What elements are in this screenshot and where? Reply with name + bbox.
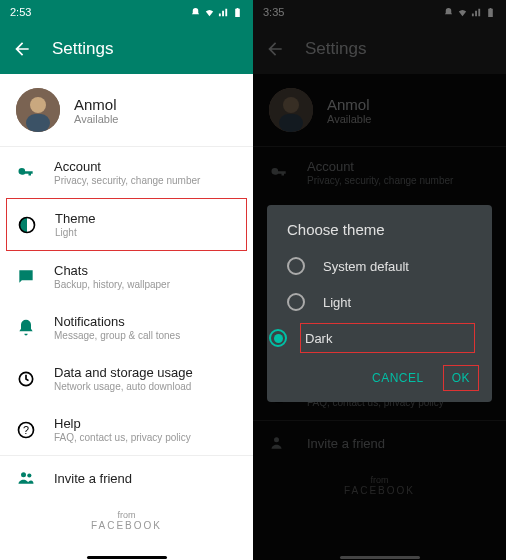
clock: 2:53 [10, 6, 31, 18]
menu-sub: Backup, history, wallpaper [54, 279, 237, 290]
dialog-title: Choose theme [267, 221, 492, 248]
phone-dark: 3:35 Settings AnmolAvailable AccountPriv… [253, 0, 506, 560]
menu-title: Data and storage usage [54, 365, 237, 380]
profile-texts: Anmol Available [74, 96, 237, 125]
page-title: Settings [52, 39, 113, 59]
radio-light[interactable]: Light [267, 284, 492, 320]
dialog-actions: CANCEL OK [267, 356, 492, 394]
help-icon: ? [16, 420, 36, 440]
menu-item-help[interactable]: ? HelpFAQ, contact us, privacy policy [0, 404, 253, 455]
profile-row[interactable]: Anmol Available [0, 74, 253, 146]
menu-item-account[interactable]: AccountPrivacy, security, change number [0, 147, 253, 198]
footer-from: from [0, 510, 253, 520]
menu-item-chats[interactable]: ChatsBackup, history, wallpaper [0, 251, 253, 302]
radio-label: Light [323, 295, 351, 310]
radio-icon [287, 257, 305, 275]
cancel-button[interactable]: CANCEL [364, 366, 432, 390]
menu-sub: Network usage, auto download [54, 381, 237, 392]
menu-title: Theme [55, 211, 236, 226]
key-icon [16, 163, 36, 183]
menu-item-data[interactable]: Data and storage usageNetwork usage, aut… [0, 353, 253, 404]
menu-item-theme[interactable]: ThemeLight [6, 198, 247, 251]
radio-dark[interactable]: Dark [297, 320, 478, 356]
menu-title: Help [54, 416, 237, 431]
menu-sub: Light [55, 227, 236, 238]
nav-bar[interactable] [253, 554, 506, 560]
nav-handle [340, 556, 420, 559]
chat-icon [16, 267, 36, 287]
radio-icon-selected [269, 329, 287, 347]
svg-point-8 [27, 473, 31, 477]
ok-button[interactable]: OK [444, 366, 478, 390]
svg-rect-2 [26, 114, 50, 132]
status-icons [190, 7, 243, 18]
radio-icon [287, 293, 305, 311]
footer-brand: FACEBOOK [0, 520, 253, 531]
theme-icon [17, 215, 37, 235]
svg-text:?: ? [23, 424, 29, 436]
notification-off-icon [190, 7, 201, 18]
footer: from FACEBOOK [0, 500, 253, 537]
menu-sub: Privacy, security, change number [54, 175, 237, 186]
menu-title: Chats [54, 263, 237, 278]
app-bar: Settings [0, 24, 253, 74]
status-bar: 2:53 [0, 0, 253, 24]
nav-bar[interactable] [0, 554, 253, 560]
battery-icon [232, 7, 243, 18]
back-icon[interactable] [12, 39, 32, 59]
menu-item-notifications[interactable]: NotificationsMessage, group & call tones [0, 302, 253, 353]
menu-sub: FAQ, contact us, privacy policy [54, 432, 237, 443]
menu-title: Invite a friend [54, 471, 237, 486]
svg-point-7 [21, 472, 26, 477]
phone-light: 2:53 Settings Anmol Available AccountPri… [0, 0, 253, 560]
menu-item-invite[interactable]: Invite a friend [0, 456, 253, 500]
menu-title: Account [54, 159, 237, 174]
profile-status: Available [74, 113, 237, 125]
svg-point-1 [30, 97, 46, 113]
profile-name: Anmol [74, 96, 237, 113]
bell-icon [16, 318, 36, 338]
people-icon [16, 468, 36, 488]
nav-handle [87, 556, 167, 559]
menu-sub: Message, group & call tones [54, 330, 237, 341]
signal-icon [218, 7, 229, 18]
menu-title: Notifications [54, 314, 237, 329]
theme-dialog: Choose theme System default Light Dark C… [267, 205, 492, 402]
radio-system-default[interactable]: System default [267, 248, 492, 284]
avatar [16, 88, 60, 132]
data-icon [16, 369, 36, 389]
radio-label: System default [323, 259, 409, 274]
radio-label: Dark [305, 331, 332, 346]
wifi-icon [204, 7, 215, 18]
